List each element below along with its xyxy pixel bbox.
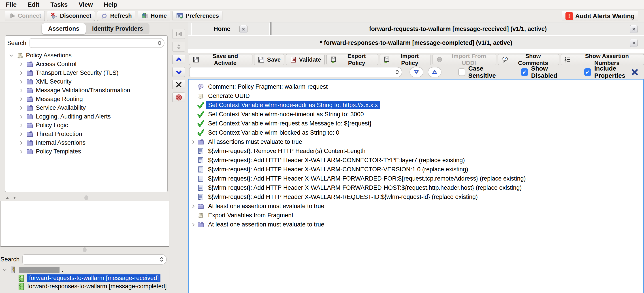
policy-toolbar-button[interactable]: Import From UDDI: [432, 54, 496, 65]
collapse-down-icon[interactable]: [12, 196, 17, 200]
disable-assertion-button[interactable]: [172, 93, 185, 102]
service-policy-item[interactable]: forward-responses-to-wallarm [message-co…: [0, 282, 169, 290]
splitter-grip[interactable]: [84, 195, 88, 200]
filter-checkbox[interactable]: [458, 68, 465, 76]
services-splitter[interactable]: [0, 247, 169, 253]
palette-splitter[interactable]: [3, 195, 169, 201]
menu-item[interactable]: Tasks: [50, 1, 68, 8]
policy-assertion-row[interactable]: ${wlrm-request}: Add HTTP Header X-WALLA…: [189, 174, 643, 183]
service-policy-item[interactable]: forward-requests-to-wallarm [message-rec…: [0, 274, 169, 282]
spinner-icon[interactable]: [159, 256, 165, 262]
chevron-right-icon[interactable]: [19, 106, 24, 110]
policy-toolbar-button[interactable]: Export Policy: [326, 54, 378, 65]
find-previous-button[interactable]: [428, 67, 442, 77]
policy-assertion-row[interactable]: Export Variables from Fragment: [189, 211, 643, 220]
chevron-right-icon[interactable]: [19, 88, 24, 93]
policy-search-input[interactable]: [189, 67, 402, 77]
chevron-down-icon[interactable]: [8, 53, 14, 58]
tree-root-policy-assertions[interactable]: Policy Assertions: [5, 51, 167, 60]
policy-toolbar-button-label: Save: [267, 56, 281, 63]
tree-folder-label: Threat Protection: [36, 131, 82, 138]
toolbar-button[interactable]: Connect: [5, 11, 45, 21]
chevron-right-icon[interactable]: [19, 71, 24, 76]
collapse-up-icon[interactable]: [5, 196, 10, 200]
palette-search-input[interactable]: [30, 38, 164, 48]
policy-toolbar-button[interactable]: Show Comments: [498, 54, 559, 65]
menu-item[interactable]: Help: [104, 1, 118, 8]
toolbar-button[interactable]: Disconnect: [47, 11, 95, 21]
tree-folder-item[interactable]: Internal Assertions: [5, 138, 167, 147]
chevron-right-icon[interactable]: [191, 222, 196, 227]
chevron-right-icon[interactable]: [19, 97, 24, 102]
tree-folder-item[interactable]: Message Routing: [5, 95, 167, 104]
policy-assertion-row[interactable]: Set Context Variable wlrm-request as Mes…: [189, 119, 643, 128]
palette-tab[interactable]: Assertions: [42, 23, 86, 34]
policy-assertion-row[interactable]: ${wlrm-request}: Remove HTTP Header(s) C…: [189, 147, 643, 156]
tree-folder-item[interactable]: Transport Layer Security (TLS): [5, 69, 167, 77]
policy-assertion-row[interactable]: Generate UUID: [189, 91, 643, 101]
policy-assertion-row[interactable]: At least one assertion must evaluate to …: [189, 220, 643, 229]
policy-toolbar-button[interactable]: Save and Activate: [189, 54, 252, 65]
tab-forward-requests[interactable]: forward-requests-to-wallarm [message-rec…: [272, 23, 644, 35]
policy-toolbar-button[interactable]: Save: [254, 54, 284, 65]
add-assertion-button[interactable]: [172, 29, 185, 39]
tree-folder-item[interactable]: Threat Protection: [5, 130, 167, 138]
filter-checkbox[interactable]: [584, 68, 591, 76]
close-search-bar-button[interactable]: [631, 68, 639, 76]
toolbar-button[interactable]: Refresh: [97, 11, 136, 21]
policy-toolbar-button[interactable]: Validate: [286, 54, 324, 65]
chevron-right-icon[interactable]: [19, 132, 24, 137]
expand-collapse-button[interactable]: [172, 42, 185, 52]
tree-folder-item[interactable]: XML Security: [5, 77, 167, 86]
chevron-right-icon[interactable]: [19, 123, 24, 128]
move-up-button[interactable]: [172, 55, 185, 64]
menu-item[interactable]: View: [78, 1, 93, 8]
chevron-right-icon[interactable]: [19, 140, 24, 145]
menu-item[interactable]: Edit: [28, 1, 40, 8]
services-search-input[interactable]: [22, 254, 167, 264]
audit-alerts-button[interactable]: ! Audit Alerts Waiting: [562, 11, 638, 21]
find-next-button[interactable]: [410, 67, 423, 77]
chevron-right-icon[interactable]: [19, 149, 24, 154]
policy-assertion-row[interactable]: Set Context Variable wlrm-blocked as Str…: [189, 128, 643, 137]
menu-item[interactable]: File: [6, 1, 16, 8]
delete-assertion-button[interactable]: [172, 80, 185, 89]
tree-folder-item[interactable]: Service Availability: [5, 104, 167, 112]
policy-assertion-row[interactable]: Comment: Policy Fragment: wallarm-reques…: [189, 82, 643, 91]
chevron-right-icon[interactable]: [19, 114, 24, 119]
palette-tab[interactable]: Identity Providers: [86, 23, 150, 34]
spinner-icon[interactable]: [394, 69, 400, 75]
policy-assertion-row[interactable]: ${wlrm-request}: Add HTTP Header X-WALLA…: [189, 192, 643, 202]
policy-assertion-row[interactable]: ${wlrm-request}: Add HTTP Header X-WALLA…: [189, 156, 643, 165]
services-root-row[interactable]: .: [0, 266, 169, 274]
toolbar-button[interactable]: Home: [138, 11, 170, 21]
move-down-button[interactable]: [172, 67, 185, 77]
toolbar-button[interactable]: Preferences: [172, 11, 222, 21]
chevron-right-icon[interactable]: [19, 79, 24, 84]
policy-assertion-row[interactable]: Set Context Variable wlrm-node-timeout a…: [189, 110, 643, 119]
policy-assertion-row[interactable]: ${wlrm-request}: Add HTTP Header X-WALLA…: [189, 165, 643, 174]
tab-close-button[interactable]: [630, 39, 638, 47]
tree-folder-item[interactable]: Logging, Auditing and Alerts: [5, 112, 167, 121]
policy-assertion-row[interactable]: ${wlrm-request}: Add HTTP Header X-WALLA…: [189, 183, 643, 192]
policy-toolbar-button[interactable]: Import Policy: [380, 54, 431, 65]
policy-assertion-row[interactable]: At least one assertion must evaluate to …: [189, 202, 643, 211]
tab-close-button[interactable]: [630, 25, 638, 33]
tab-forward-responses[interactable]: * forward-responses-to-wallarm [message-…: [320, 40, 512, 46]
chevron-down-icon[interactable]: [2, 267, 7, 272]
splitter-grip[interactable]: [83, 247, 86, 252]
chevron-right-icon[interactable]: [19, 62, 24, 67]
chevron-right-icon[interactable]: [191, 140, 196, 144]
tree-folder-item[interactable]: Policy Logic: [5, 121, 167, 130]
tab-home[interactable]: Home: [191, 23, 270, 35]
filter-checkbox[interactable]: [521, 68, 528, 76]
tree-folder-item[interactable]: Access Control: [5, 60, 167, 69]
spinner-icon[interactable]: [156, 40, 163, 46]
policy-assertion-row[interactable]: All assertions must evaluate to true: [189, 137, 643, 147]
tree-folder-item[interactable]: Policy Templates: [5, 147, 167, 156]
policy-assertion-row[interactable]: Set Context Variable wlrm-node-addr as S…: [189, 101, 643, 110]
chevron-right-icon[interactable]: [191, 204, 196, 209]
policy-toolbar-button[interactable]: Show Assertion Numbers: [561, 54, 644, 65]
tree-folder-item[interactable]: Message Validation/Transformation: [5, 86, 167, 95]
tab-close-button[interactable]: [240, 25, 248, 33]
